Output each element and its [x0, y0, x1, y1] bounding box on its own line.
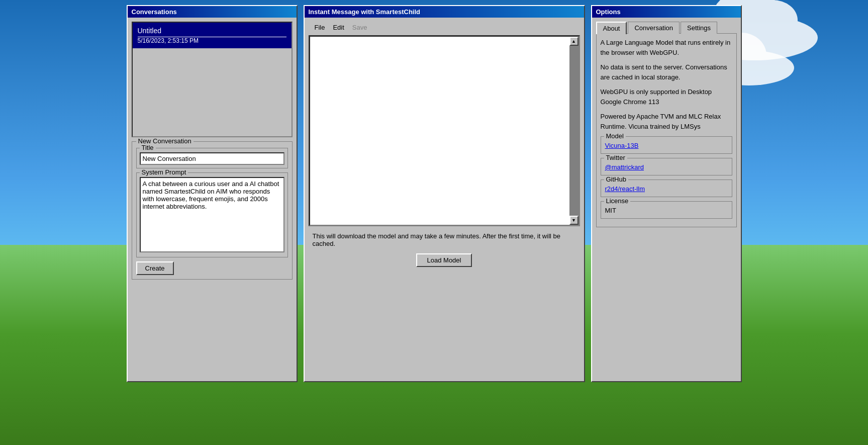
system-prompt-label: System Prompt — [140, 168, 188, 176]
instant-message-titlebar: Instant Message with SmartestChild — [305, 6, 584, 18]
conversation-item[interactable]: Untitled 5/16/2023, 2:53:15 PM — [133, 23, 292, 48]
new-conversation-group: New Conversation Title System Prompt A c… — [132, 141, 293, 280]
conversation-item-title: Untitled — [138, 27, 286, 35]
create-button[interactable]: Create — [136, 261, 174, 275]
load-model-container: Load Model — [309, 253, 580, 267]
conversations-title: Conversations — [132, 8, 177, 16]
conversation-item-date: 5/16/2023, 2:53:15 PM — [138, 37, 286, 44]
menu-file[interactable]: File — [311, 23, 329, 32]
menu-edit[interactable]: Edit — [329, 23, 348, 32]
menubar: File Edit Save — [309, 22, 580, 33]
license-value: MIT — [605, 207, 616, 214]
message-scrollbar: ▲ ▼ — [569, 37, 578, 225]
load-model-button[interactable]: Load Model — [416, 253, 472, 267]
message-area[interactable]: ▲ ▼ — [309, 35, 580, 226]
title-label: Title — [140, 144, 156, 151]
download-info-text: This will download the model and may tak… — [309, 230, 580, 249]
title-group: Title — [136, 148, 288, 168]
tab-settings[interactable]: Settings — [681, 22, 717, 34]
main-layout: Conversations Untitled 5/16/2023, 2:53:1… — [0, 0, 868, 445]
system-prompt-textarea[interactable]: A chat between a curious user and a AI c… — [140, 177, 284, 252]
options-title: Options — [596, 8, 621, 16]
twitter-group: Twitter @mattrickard — [601, 158, 732, 175]
tab-about[interactable]: About — [596, 22, 627, 34]
tab-conversation[interactable]: Conversation — [628, 22, 680, 34]
options-titlebar: Options — [592, 6, 741, 18]
options-content: About Conversation Settings A Large Lang… — [592, 18, 741, 381]
tab-content-about: A Large Language Model that runs entirel… — [596, 33, 737, 227]
scroll-down-button[interactable]: ▼ — [569, 216, 578, 225]
title-input[interactable] — [140, 152, 284, 165]
github-group: GitHub r2d4/react-llm — [601, 180, 732, 197]
scroll-track[interactable] — [569, 46, 578, 216]
about-text-2: No data is sent to the server. Conversat… — [601, 62, 732, 82]
about-text-3: WebGPU is only supported in Desktop Goog… — [601, 87, 732, 107]
license-label: License — [604, 197, 631, 205]
twitter-link[interactable]: @mattrickard — [605, 163, 644, 171]
conversations-titlebar: Conversations — [128, 6, 297, 18]
model-group: Model Vicuna-13B — [601, 136, 732, 154]
system-prompt-group: System Prompt A chat between a curious u… — [136, 172, 288, 257]
tabs-container: About Conversation Settings — [596, 22, 737, 34]
menu-save: Save — [348, 23, 371, 32]
scroll-up-button[interactable]: ▲ — [569, 37, 578, 46]
instant-message-panel: Instant Message with SmartestChild File … — [304, 5, 585, 382]
conversations-content: Untitled 5/16/2023, 2:53:15 PM New Conve… — [128, 18, 297, 381]
about-text-1: A Large Language Model that runs entirel… — [601, 38, 732, 57]
conversations-panel: Conversations Untitled 5/16/2023, 2:53:1… — [127, 5, 298, 382]
message-content — [310, 37, 569, 225]
github-label: GitHub — [604, 175, 628, 183]
twitter-label: Twitter — [604, 154, 627, 161]
model-label: Model — [604, 132, 626, 140]
license-group: License MIT — [601, 201, 732, 219]
about-text-4: Powered by Apache TVM and MLC Relax Runt… — [601, 112, 732, 131]
model-link[interactable]: Vicuna-13B — [605, 142, 639, 149]
github-link[interactable]: r2d4/react-llm — [605, 185, 645, 193]
instant-message-content: File Edit Save ▲ ▼ This will download th… — [305, 18, 584, 381]
instant-message-title: Instant Message with SmartestChild — [309, 8, 421, 16]
options-panel: Options About Conversation Settings A La… — [591, 5, 742, 382]
conversations-list[interactable]: Untitled 5/16/2023, 2:53:15 PM — [132, 22, 293, 137]
